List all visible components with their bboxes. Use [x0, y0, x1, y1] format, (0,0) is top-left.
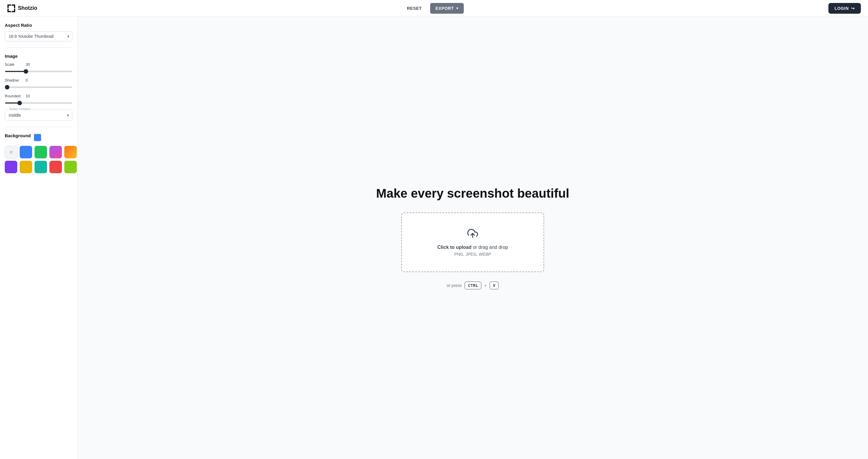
aspect-ratio-title: Aspect Ratio: [5, 23, 72, 28]
reset-button[interactable]: RESET: [402, 4, 427, 13]
svg-rect-1: [8, 5, 8, 8]
main-layout: Aspect Ratio 16:9 Youtube Thumbnail 1:1 …: [0, 17, 868, 459]
background-color-preview: [34, 134, 41, 141]
v-key: V: [490, 282, 499, 289]
chevron-down-icon: ▾: [456, 6, 458, 10]
keyboard-hint: or press CTRL + V: [447, 282, 499, 289]
scale-label: Scale: [5, 62, 23, 67]
upload-or: or drag and drop: [473, 245, 508, 250]
upload-icon: [467, 228, 478, 240]
login-arrow-icon: ↪: [851, 6, 855, 11]
aspect-ratio-select-wrapper: 16:9 Youtube Thumbnail 1:1 Square 4:3 St…: [5, 31, 72, 41]
plus-sign: +: [484, 283, 487, 288]
background-header: Background: [5, 133, 72, 142]
export-label: EXPORT: [435, 6, 454, 11]
upload-zone[interactable]: Click to upload or drag and drop PNG, JP…: [401, 213, 544, 272]
scale-slider-container: Scale 30: [5, 62, 72, 73]
rounded-row: Rounded 10: [5, 94, 72, 98]
upload-cta: Click to upload: [437, 245, 471, 250]
scale-row: Scale 30: [5, 62, 72, 67]
logo-text: Shotzio: [18, 5, 37, 11]
shadow-value: 0: [26, 78, 28, 83]
color-swatch-violet[interactable]: [5, 161, 17, 173]
upload-text: Click to upload or drag and drop: [437, 245, 508, 250]
main-heading: Make every screenshot beautiful: [376, 186, 569, 201]
background-title: Background: [5, 133, 31, 138]
background-section: Background ✕: [5, 133, 72, 173]
color-swatch-none[interactable]: ✕: [5, 146, 17, 158]
scale-slider[interactable]: [5, 71, 72, 72]
export-button[interactable]: EXPORT ▾: [430, 3, 463, 14]
rounded-slider[interactable]: [5, 102, 72, 103]
canvas-area: Make every screenshot beautiful Click to…: [78, 17, 868, 459]
x-icon: ✕: [9, 149, 13, 155]
color-swatch-teal[interactable]: [34, 161, 47, 173]
color-swatch-orange[interactable]: [64, 146, 77, 158]
header-center: RESET EXPORT ▾: [402, 3, 464, 14]
upload-formats: PNG, JPEG, WEBP: [454, 252, 491, 256]
login-label: LOGIN: [834, 6, 849, 11]
logo: Shotzio: [7, 4, 37, 12]
sidebar: Aspect Ratio 16:9 Youtube Thumbnail 1:1 …: [0, 17, 78, 459]
divider-2: [5, 127, 72, 127]
shadow-row: Shadow 0: [5, 78, 72, 83]
aspect-ratio-section: Aspect Ratio 16:9 Youtube Thumbnail 1:1 …: [5, 23, 72, 41]
color-grid: ✕: [5, 146, 72, 173]
color-swatch-lime[interactable]: [64, 161, 77, 173]
color-swatch-yellow[interactable]: [20, 161, 32, 173]
login-button[interactable]: LOGIN ↪: [829, 3, 861, 14]
image-section-title: Image: [5, 54, 72, 59]
header: Shotzio RESET EXPORT ▾ LOGIN ↪: [0, 0, 868, 17]
position-select-wrapper: Select Position top middle bottom ▾: [5, 110, 72, 121]
svg-rect-5: [8, 9, 8, 12]
shadow-slider[interactable]: [5, 87, 72, 88]
logo-icon: [7, 4, 16, 12]
rounded-value: 10: [26, 94, 30, 98]
shadow-slider-container: Shadow 0: [5, 78, 72, 89]
color-swatch-red[interactable]: [50, 161, 62, 173]
image-section: Image Scale 30 Shadow 0 Rounded 10: [5, 54, 72, 121]
shadow-label: Shadow: [5, 78, 23, 83]
rounded-slider-container: Rounded 10: [5, 94, 72, 105]
color-swatch-blue[interactable]: [20, 146, 32, 158]
aspect-ratio-select[interactable]: 16:9 Youtube Thumbnail 1:1 Square 4:3 St…: [5, 31, 72, 41]
color-swatch-green[interactable]: [34, 146, 47, 158]
rounded-label: Rounded: [5, 94, 23, 98]
color-swatch-purple-pink[interactable]: [50, 146, 62, 158]
position-label: Select Position: [8, 107, 32, 111]
keyboard-hint-prefix: or press: [447, 283, 462, 288]
divider-1: [5, 47, 72, 48]
position-select[interactable]: top middle bottom: [5, 110, 72, 121]
ctrl-key: CTRL: [465, 282, 481, 289]
svg-rect-7: [14, 9, 15, 12]
svg-rect-3: [14, 5, 15, 8]
scale-value: 30: [26, 62, 30, 67]
